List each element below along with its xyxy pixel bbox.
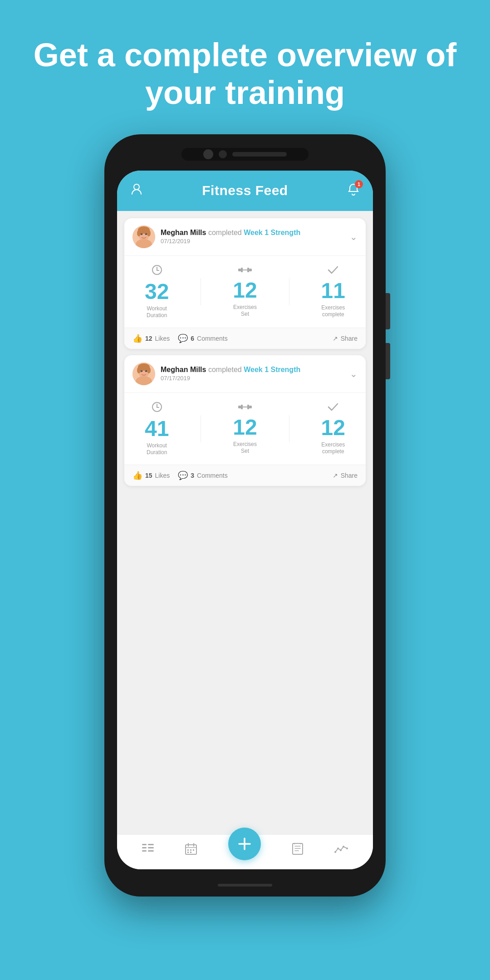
checkmark-icon-2 xyxy=(327,402,339,414)
comment-icon-2: 💬 xyxy=(178,470,188,480)
svg-rect-13 xyxy=(241,268,243,272)
profile-icon[interactable] xyxy=(130,182,143,199)
card-1-chevron[interactable]: ⌄ xyxy=(350,231,358,242)
thumbs-up-icon-2: 👍 xyxy=(132,470,142,480)
card-1-likes[interactable]: 👍 12 Likes xyxy=(132,333,170,343)
svg-rect-44 xyxy=(190,849,191,851)
card-1-user: Meghan Mills completed Week 1 Strength xyxy=(161,229,300,237)
workout-card-2: Meghan Mills completed Week 1 Strength 0… xyxy=(124,355,366,486)
nav-feed[interactable] xyxy=(142,844,154,858)
svg-point-55 xyxy=(337,848,339,849)
stat-divider-2a xyxy=(201,415,201,442)
svg-point-56 xyxy=(340,849,342,851)
app-header: Fitness Feed 1 xyxy=(117,171,373,211)
headline-line1: Get a complete overview of xyxy=(34,37,456,73)
svg-rect-32 xyxy=(249,406,252,408)
stat-label-duration-1: WorkoutDuration xyxy=(147,305,167,319)
stat-number-complete-1: 11 xyxy=(321,280,345,302)
stat-label-exercises-set-2: ExercisesSet xyxy=(233,441,257,455)
svg-rect-38 xyxy=(148,850,154,852)
stat-label-complete-2: Exercisescomplete xyxy=(321,441,345,456)
stat-exercises-set-2: 12 ExercisesSet xyxy=(233,402,257,455)
svg-rect-33 xyxy=(142,844,147,845)
stat-number-exercises-set-2: 12 xyxy=(233,416,257,438)
card-1-stats: 32 WorkoutDuration xyxy=(124,256,366,328)
svg-rect-45 xyxy=(193,849,194,851)
card-2-share[interactable]: ↗ Share xyxy=(333,472,358,479)
svg-point-54 xyxy=(334,851,336,853)
side-button-2 xyxy=(386,343,390,379)
stat-exercises-complete-2: 12 Exercisescomplete xyxy=(321,402,345,456)
svg-rect-12 xyxy=(238,269,241,271)
stat-label-duration-2: WorkoutDuration xyxy=(147,442,167,456)
share-icon-2: ↗ xyxy=(333,472,338,479)
stat-number-complete-2: 12 xyxy=(321,417,345,439)
svg-point-58 xyxy=(346,848,348,849)
card-1-footer: 👍 12 Likes 💬 6 Comments ↗ Share xyxy=(124,328,366,349)
thumbs-up-icon-1: 👍 xyxy=(132,333,142,343)
svg-rect-29 xyxy=(241,405,243,409)
svg-rect-31 xyxy=(247,405,249,409)
clock-icon-2 xyxy=(151,401,163,415)
card-2-likes[interactable]: 👍 15 Likes xyxy=(132,470,170,480)
card-1-comments[interactable]: 💬 6 Comments xyxy=(178,333,227,343)
svg-point-7 xyxy=(137,230,141,236)
card-2-stats: 41 WorkoutDuration xyxy=(124,393,366,465)
nav-log[interactable] xyxy=(292,843,303,858)
stat-duration-2: 41 WorkoutDuration xyxy=(145,401,169,456)
nav-stats[interactable] xyxy=(334,844,348,858)
card-2-header: Meghan Mills completed Week 1 Strength 0… xyxy=(124,355,366,393)
bottom-nav xyxy=(117,834,373,869)
card-2-chevron[interactable]: ⌄ xyxy=(350,368,358,379)
card-2-user: Meghan Mills completed Week 1 Strength xyxy=(161,366,300,374)
phone-home-indicator xyxy=(218,884,272,887)
stat-number-duration-2: 41 xyxy=(145,418,169,440)
stat-label-complete-1: Exercisescomplete xyxy=(321,304,345,318)
camera-dot-2 xyxy=(219,150,227,158)
fab-add-button[interactable] xyxy=(228,828,261,860)
card-2-date: 07/17/2019 xyxy=(161,375,300,382)
svg-rect-50 xyxy=(293,843,303,854)
stat-number-exercises-set-1: 12 xyxy=(233,279,257,301)
svg-rect-14 xyxy=(243,270,247,270)
card-1-share[interactable]: ↗ Share xyxy=(333,335,358,342)
workout-card-1: Meghan Mills completed Week 1 Strength 0… xyxy=(124,218,366,349)
speaker-bar xyxy=(232,152,287,157)
svg-point-23 xyxy=(137,367,141,373)
dumbbell-icon-1 xyxy=(238,265,252,277)
dumbbell-icon-2 xyxy=(238,402,252,414)
stat-divider-1b xyxy=(289,278,289,305)
svg-rect-15 xyxy=(247,268,249,272)
card-2-comments[interactable]: 💬 3 Comments xyxy=(178,470,227,480)
nav-calendar[interactable] xyxy=(185,843,197,858)
headline-line2: your training xyxy=(145,74,345,111)
nav-calendar-icon xyxy=(185,843,197,858)
svg-rect-43 xyxy=(187,849,189,851)
card-2-footer: 👍 15 Likes 💬 3 Comments ↗ Share xyxy=(124,465,366,486)
stat-divider-1a xyxy=(201,278,201,305)
notification-bell[interactable]: 1 xyxy=(347,183,360,198)
svg-rect-30 xyxy=(243,407,247,407)
svg-rect-36 xyxy=(148,844,154,845)
card-1-header: Meghan Mills completed Week 1 Strength 0… xyxy=(124,218,366,256)
phone-notch xyxy=(181,148,309,161)
stat-number-duration-1: 32 xyxy=(145,281,169,303)
nav-log-icon xyxy=(292,843,303,858)
svg-rect-16 xyxy=(249,269,252,271)
stat-label-exercises-set-1: ExercisesSet xyxy=(233,304,257,318)
stat-duration-1: 32 WorkoutDuration xyxy=(145,264,169,319)
svg-point-0 xyxy=(134,184,139,190)
svg-rect-34 xyxy=(142,847,147,848)
nav-stats-icon xyxy=(334,844,348,857)
nav-feed-icon xyxy=(142,844,154,857)
side-button-1 xyxy=(386,293,390,329)
svg-rect-37 xyxy=(148,847,154,848)
phone-screen: Fitness Feed 1 xyxy=(117,171,373,869)
svg-point-57 xyxy=(343,846,344,848)
headline: Get a complete overview of your training xyxy=(0,0,490,134)
avatar-1 xyxy=(132,225,155,248)
phone-shell: Fitness Feed 1 xyxy=(104,134,386,897)
avatar-2 xyxy=(132,363,155,385)
svg-rect-46 xyxy=(187,852,189,853)
svg-rect-28 xyxy=(238,406,241,408)
